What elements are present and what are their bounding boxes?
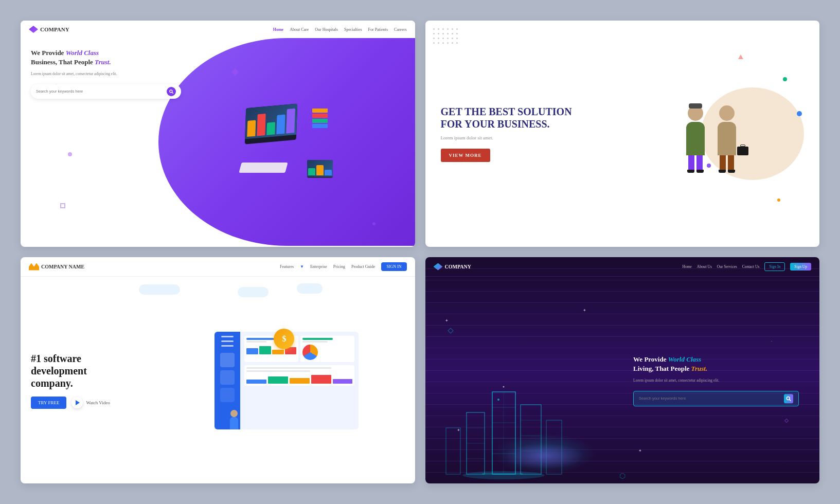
card3-headline: #1 software development company. [31, 352, 188, 389]
signup-button[interactable]: Sign Up [790, 263, 811, 271]
headline-highlight-2: Trust. [95, 58, 111, 66]
bar-1 [247, 120, 256, 136]
sidebar-item-2 [220, 370, 235, 385]
nav-enterprise[interactable]: Enterprise [310, 264, 327, 269]
person2-shoe-left [719, 170, 726, 173]
card4-search-bar[interactable] [633, 391, 799, 406]
person1-leg-left [688, 155, 694, 170]
nav-about[interactable]: About Care [290, 27, 309, 32]
svg-point-20 [462, 471, 545, 479]
headline-line1: GET THE BEST SOLUTION [441, 106, 572, 117]
city-illustration [436, 277, 653, 483]
briefcase-handle [740, 145, 745, 147]
view-more-button[interactable]: VIEW MORE [441, 149, 490, 162]
headline-highlight-1: World Class [66, 49, 99, 57]
purple-glow [503, 443, 585, 469]
try-free-button[interactable]: TRY FREE [31, 397, 66, 409]
svg-rect-16 [446, 428, 460, 474]
search-icon [785, 395, 792, 402]
nav-patients[interactable]: For Patients [368, 27, 388, 32]
card2-illustration [602, 21, 819, 247]
person-1 [686, 105, 705, 173]
card-line-4 [302, 341, 328, 343]
search-input[interactable] [639, 396, 784, 401]
bb-5 [333, 379, 353, 384]
nav-features[interactable]: Features [280, 264, 294, 269]
person1-shoe-right [696, 170, 704, 173]
triangle-dec [738, 55, 743, 59]
card2-headline: GET THE BEST SOLUTION FOR YOUR BUSINESS. [441, 105, 607, 130]
person1-body [686, 122, 705, 155]
tablet-bar-3 [325, 170, 332, 175]
tablet-screen [307, 160, 333, 176]
sidebar-item-1 [220, 353, 235, 367]
nav-guide[interactable]: Product Guide [351, 264, 375, 269]
nav-about[interactable]: About Us [697, 264, 712, 269]
nav-pricing[interactable]: Pricing [333, 264, 345, 269]
card4-description: Lorem ipsum dolor sit amet, consectetur … [633, 378, 799, 384]
play-button[interactable] [72, 397, 83, 408]
book-3 [312, 119, 328, 123]
books-stack [312, 109, 328, 129]
bb-4 [311, 375, 331, 384]
watch-video-link[interactable]: Watch Video [72, 397, 110, 408]
svg-point-19 [503, 386, 504, 388]
book-1 [312, 109, 328, 113]
card4-logo: COMPANY [434, 263, 471, 271]
card4-headline: We Provide World Class Living, That Peop… [633, 355, 799, 373]
headline-line1: #1 software [31, 353, 81, 364]
person1-head [688, 105, 703, 121]
person2-leg-right [728, 155, 734, 170]
card2-content: GET THE BEST SOLUTION FOR YOUR BUSINESS.… [425, 21, 622, 247]
search-input[interactable] [36, 89, 167, 94]
card3-illustration: $ [158, 277, 415, 483]
card4-nav-links: Home About Us Our Services Contact Us Si… [683, 262, 812, 271]
card4-content: We Provide World Class Living, That Peop… [633, 355, 799, 406]
crown-icon [29, 263, 39, 271]
tablet-bar-2 [316, 165, 324, 175]
card1-illustration [158, 38, 415, 246]
person1-legs [688, 155, 703, 170]
bar-3 [267, 122, 276, 135]
card3-content: #1 software development company. TRY FRE… [31, 352, 188, 409]
play-triangle-icon [76, 400, 80, 405]
person2-body [718, 122, 736, 155]
signin-button[interactable]: Sign In [764, 262, 785, 271]
nav-services[interactable]: Our Services [717, 264, 737, 269]
menu-line-3 [221, 345, 234, 347]
chart-bar-3 [272, 350, 284, 354]
briefcase [737, 147, 748, 155]
headline-plain-2: Business, That People [31, 58, 95, 66]
bb-2 [268, 376, 288, 384]
developer-figure [230, 410, 238, 429]
yellow-circle [777, 199, 780, 202]
sidebar-item-3 [220, 388, 235, 402]
bar-4 [277, 115, 285, 134]
card1-nav-links: Home About Care Our Hospitals Specialtie… [273, 27, 407, 32]
nav-contact[interactable]: Contact Us [742, 264, 760, 269]
svg-line-23 [790, 399, 791, 401]
search-button[interactable] [784, 394, 793, 403]
people-illustration [686, 105, 736, 173]
monitor [245, 104, 297, 145]
card-line-3 [302, 338, 332, 340]
headline-line3: company. [31, 377, 73, 389]
nav-careers[interactable]: Careers [394, 27, 406, 32]
scroll-indicator: ⬡ [214, 232, 221, 242]
card3-body: #1 software development company. TRY FRE… [21, 277, 415, 483]
card3-nav-links: Features ▼ Enterprise Pricing Product Gu… [280, 262, 407, 271]
nav-hospitals[interactable]: Our Hospitals [315, 27, 338, 32]
card4-logo-icon [434, 263, 443, 271]
person1-feet [687, 170, 704, 173]
nav-home[interactable]: Home [683, 264, 692, 269]
green-circle [783, 77, 787, 81]
signin-button[interactable]: SIGN IN [381, 262, 406, 271]
monitor-screen [245, 104, 298, 139]
table-line-1 [246, 367, 331, 369]
features-dropdown-icon: ▼ [300, 264, 304, 269]
nav-home[interactable]: Home [273, 27, 283, 32]
card3-buttons: TRY FREE Watch Video [31, 397, 188, 409]
menu-line-2 [221, 340, 234, 342]
nav-specialties[interactable]: Specialties [344, 27, 362, 32]
dashboard-card-3 [244, 365, 354, 386]
